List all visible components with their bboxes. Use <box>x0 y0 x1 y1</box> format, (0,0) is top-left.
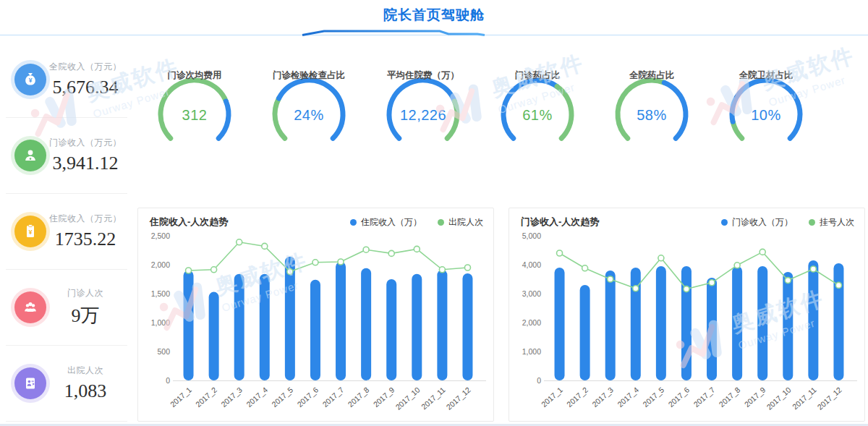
dashboard-page: 院长首页驾驶舱 ¥ 全院收入（万元） 5,676.34 <box>0 0 868 426</box>
gauge-value: 10% <box>709 107 823 124</box>
legend-item[interactable]: 挂号人次 <box>809 216 854 229</box>
gauge-label: 全院药占比 <box>595 69 709 82</box>
chart-title: 门诊收入-人次趋势 <box>521 216 599 229</box>
legend-label: 出院人次 <box>448 216 483 229</box>
gauge-hospital-drug-ratio: 全院药占比 58% <box>595 64 709 159</box>
svg-text:2017_11: 2017_11 <box>791 385 818 411</box>
kpi-label: 全院收入（万元） <box>46 61 124 73</box>
gauge-label: 门诊次均费用 <box>137 69 252 82</box>
people-icon <box>14 291 46 323</box>
svg-text:2017_6: 2017_6 <box>295 385 320 408</box>
svg-text:2017_10: 2017_10 <box>765 385 793 411</box>
gauge-avg-inpatient-cost: 平均住院费（万） 12,226 <box>366 64 480 159</box>
svg-text:2017_12: 2017_12 <box>815 385 843 411</box>
legend-dot-icon <box>438 219 444 226</box>
kpi-value: 5,676.34 <box>46 77 124 98</box>
svg-text:2017_8: 2017_8 <box>346 385 370 408</box>
svg-text:2017_1: 2017_1 <box>169 385 193 408</box>
legend-item[interactable]: 住院收入（万） <box>350 216 422 229</box>
legend-dot-icon <box>809 219 815 226</box>
kpi-item-outpatient-visits: 门诊人次 9万 <box>6 270 127 346</box>
svg-text:2017_7: 2017_7 <box>320 385 345 408</box>
svg-text:2017_11: 2017_11 <box>420 385 447 411</box>
svg-text:2,000: 2,000 <box>151 260 170 269</box>
bill-icon: ¥ <box>14 216 46 247</box>
svg-text:2017_4: 2017_4 <box>616 385 640 408</box>
page-title: 院长首页驾驶舱 <box>0 6 868 25</box>
svg-text:2017_8: 2017_8 <box>717 385 741 408</box>
kpi-item-inpatient-revenue: ¥ 住院收入（万元） 1735.22 <box>6 194 127 270</box>
svg-text:1,000: 1,000 <box>522 347 541 356</box>
svg-text:1,000: 1,000 <box>151 318 170 327</box>
legend-label: 门诊收入（万） <box>732 216 793 229</box>
money-bag-icon: ¥ <box>14 64 46 95</box>
gauge-value: 312 <box>137 107 252 124</box>
svg-text:2017_1: 2017_1 <box>540 385 564 408</box>
kpi-item-total-revenue: ¥ 全院收入（万元） 5,676.34 <box>6 42 127 118</box>
gauge-label: 全院卫材占比 <box>709 69 823 82</box>
svg-text:2017_10: 2017_10 <box>393 385 422 411</box>
legend-dot-icon <box>721 219 728 226</box>
kpi-value: 9万 <box>46 303 124 328</box>
svg-text:4,000: 4,000 <box>522 260 541 269</box>
doctor-icon <box>14 140 46 171</box>
kpi-value: 3,941.12 <box>46 153 124 174</box>
gauge-value: 61% <box>480 107 595 124</box>
svg-text:2017_2: 2017_2 <box>565 385 590 408</box>
gauge-value: 24% <box>252 107 366 124</box>
gauge-outpatient-avg-cost: 门诊次均费用 312 <box>137 64 252 159</box>
gauge-row: 门诊次均费用 312 门诊检验检查占比 24% 平均住院费（万） 12,226 … <box>137 64 823 159</box>
kpi-label: 住院收入（万元） <box>46 213 124 225</box>
legend-label: 挂号人次 <box>820 216 854 229</box>
inpatient-trend-chart[interactable]: 05001,0001,5002,0002,5002017_12017_22017… <box>141 230 489 417</box>
kpi-value: 1735.22 <box>46 229 124 250</box>
svg-text:¥: ¥ <box>29 77 33 84</box>
chart-legend: 住院收入（万）出院人次 <box>350 216 483 229</box>
inpatient-trend-panel: 住院收入-人次趋势 住院收入（万）出院人次 05001,0001,5002,00… <box>137 208 494 422</box>
chart-title: 住院收入-人次趋势 <box>150 216 228 229</box>
chart-legend: 门诊收入（万）挂号人次 <box>721 216 854 229</box>
kpi-label: 门诊人次 <box>46 287 124 299</box>
gauge-outpatient-drug-ratio: 门诊药占比 61% <box>480 64 595 159</box>
legend-item[interactable]: 门诊收入（万） <box>721 216 793 229</box>
svg-text:2017_9: 2017_9 <box>742 385 767 408</box>
svg-text:¥: ¥ <box>29 229 33 236</box>
legend-item[interactable]: 出院人次 <box>438 216 483 229</box>
svg-text:2017_5: 2017_5 <box>270 385 294 408</box>
svg-text:0: 0 <box>537 376 541 385</box>
gauge-exam-ratio: 门诊检验检查占比 24% <box>252 64 366 159</box>
legend-dot-icon <box>350 219 357 226</box>
outpatient-trend-panel: 门诊收入-人次趋势 门诊收入（万）挂号人次 01,0002,0003,0004,… <box>509 208 865 422</box>
svg-text:2017_7: 2017_7 <box>692 385 716 408</box>
outpatient-trend-chart[interactable]: 01,0002,0003,0004,0005,0002017_12017_220… <box>512 230 860 417</box>
gauge-value: 58% <box>595 107 709 124</box>
gauge-label: 门诊检验检查占比 <box>252 69 366 82</box>
svg-text:1,500: 1,500 <box>151 289 170 298</box>
svg-text:2,000: 2,000 <box>522 318 541 327</box>
kpi-value: 1,083 <box>46 380 124 402</box>
kpi-sidebar: ¥ 全院收入（万元） 5,676.34 门诊收入（万元） 3,941.12 <box>6 42 127 422</box>
gauge-label: 平均住院费（万） <box>366 69 480 82</box>
svg-text:3,000: 3,000 <box>522 289 541 298</box>
discharge-icon <box>14 367 46 399</box>
header-underline <box>0 29 868 38</box>
kpi-item-outpatient-revenue: 门诊收入（万元） 3,941.12 <box>6 118 127 194</box>
gauge-material-ratio: 全院卫材占比 10% <box>709 64 823 159</box>
svg-text:2017_6: 2017_6 <box>666 385 691 408</box>
svg-text:2017_3: 2017_3 <box>219 385 244 408</box>
kpi-label: 门诊收入（万元） <box>46 137 124 149</box>
svg-text:2017_3: 2017_3 <box>590 385 615 408</box>
gauge-value: 12,226 <box>366 107 480 124</box>
svg-text:2,500: 2,500 <box>151 231 170 240</box>
kpi-label: 出院人次 <box>46 365 124 377</box>
svg-text:0: 0 <box>166 376 170 385</box>
gauge-label: 门诊药占比 <box>480 69 595 82</box>
svg-text:2017_2: 2017_2 <box>194 385 218 408</box>
svg-text:2017_5: 2017_5 <box>641 385 665 408</box>
svg-text:2017_4: 2017_4 <box>244 385 269 408</box>
svg-text:2017_9: 2017_9 <box>371 385 396 408</box>
svg-text:5,000: 5,000 <box>522 231 541 240</box>
kpi-item-discharge-visits: 出院人次 1,083 <box>6 346 127 422</box>
legend-label: 住院收入（万） <box>361 216 422 229</box>
svg-text:500: 500 <box>157 347 170 356</box>
